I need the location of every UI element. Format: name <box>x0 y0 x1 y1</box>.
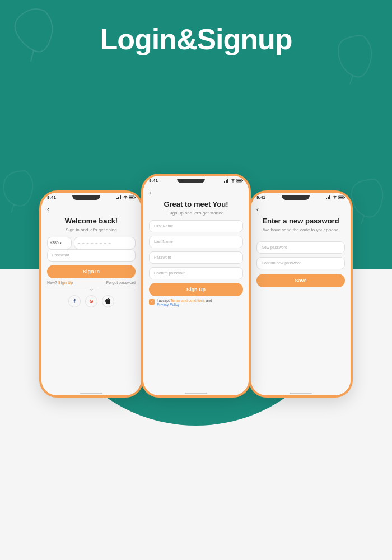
last-name-input[interactable]: Last Name <box>149 236 243 248</box>
deco-top-left <box>11 6 56 62</box>
apple-login-button[interactable] <box>102 295 114 307</box>
status-bar-left: 9:41 <box>41 193 141 201</box>
status-icons-right <box>326 195 345 199</box>
battery-icon-right <box>338 195 345 199</box>
reset-password-title: Enter a new password <box>256 217 345 226</box>
terms-row: ✓ I accept Terms and conditions and Priv… <box>149 298 243 306</box>
status-bar-right: 9:41 <box>251 193 351 201</box>
or-divider: or <box>47 288 136 292</box>
terms-text: I accept Terms and conditions and Privac… <box>157 298 212 306</box>
status-time-right: 9:41 <box>256 195 265 200</box>
signup-subtitle: Sign up and let's get started <box>149 211 243 216</box>
svg-rect-11 <box>242 180 243 181</box>
home-bar-left <box>80 393 102 394</box>
battery-icon-center <box>236 179 243 183</box>
notch-center <box>177 179 205 183</box>
svg-rect-2 <box>120 195 121 199</box>
svg-rect-17 <box>344 197 345 198</box>
svg-rect-1 <box>118 197 119 199</box>
deco-top-right <box>336 34 375 84</box>
bottom-section: 9:41 ‹ Welcome back! Sign in and let's g… <box>0 269 392 560</box>
login-screen-content: ‹ Welcome back! Sign in and let's get go… <box>41 201 141 391</box>
back-arrow-right[interactable]: ‹ <box>256 206 345 213</box>
login-subtitle: Sign in and let's get going <box>47 227 136 232</box>
wifi-icon-center <box>231 179 235 183</box>
save-button[interactable]: Save <box>256 274 345 287</box>
reset-password-screen-content: ‹ Enter a new password We have send the … <box>251 201 351 391</box>
status-icons-left <box>116 195 136 199</box>
svg-rect-6 <box>224 181 225 183</box>
password-input-center[interactable]: Password <box>149 251 243 264</box>
privacy-link[interactable]: Privacy Policy <box>157 302 179 306</box>
first-name-input[interactable]: First Name <box>149 220 243 232</box>
new-label: New? Sign Up <box>47 281 73 284</box>
svg-rect-10 <box>237 180 241 181</box>
divider-line-right <box>95 290 136 290</box>
home-bar-center <box>185 393 207 394</box>
back-arrow-center[interactable]: ‹ <box>149 189 243 197</box>
phone-signup: 9:41 ‹ Great to meet You! Sign up and le… <box>141 174 251 398</box>
signin-button[interactable]: Sign In <box>47 265 136 278</box>
home-indicator-left <box>41 391 141 395</box>
google-login-button[interactable]: G <box>85 295 97 307</box>
confirm-password-input-center[interactable]: Confirm password <box>149 267 243 279</box>
home-indicator-center <box>143 391 249 395</box>
facebook-login-button[interactable]: f <box>68 295 81 307</box>
svg-rect-5 <box>134 197 136 198</box>
terms-checkbox[interactable]: ✓ <box>149 299 155 305</box>
svg-rect-12 <box>326 198 327 199</box>
confirm-new-password-input[interactable]: Confirm new password <box>256 257 345 269</box>
signal-icon-left <box>116 195 122 199</box>
status-time-left: 9:41 <box>47 195 56 200</box>
svg-rect-0 <box>116 198 118 199</box>
reset-password-subtitle: We have send the code to your phone <box>256 227 345 232</box>
page-title: Login&Signup <box>100 22 292 56</box>
wifi-icon-left <box>123 195 128 199</box>
notch-right <box>282 195 310 200</box>
back-arrow-left[interactable]: ‹ <box>47 206 136 213</box>
phone-reset-password: 9:41 ‹ Enter a new password We have send… <box>249 190 353 398</box>
home-indicator-right <box>251 391 351 395</box>
forgot-password-link[interactable]: Forgot password <box>106 281 136 284</box>
status-time-center: 9:41 <box>149 178 158 183</box>
new-password-input[interactable]: New password <box>256 241 345 254</box>
divider-line-left <box>47 290 87 290</box>
password-input-left[interactable]: Password <box>47 249 136 262</box>
signal-icon-right <box>326 195 332 199</box>
signup-screen-content: ‹ Great to meet You! Sign up and let's g… <box>143 184 249 391</box>
phone-number-row: +380 ▾ – – – – – – – – <box>47 237 136 249</box>
home-bar-right <box>290 393 312 394</box>
svg-rect-7 <box>226 180 227 183</box>
signal-icon-center <box>224 179 230 183</box>
svg-rect-14 <box>329 195 330 199</box>
svg-rect-8 <box>227 179 228 183</box>
country-code-input[interactable]: +380 ▾ <box>47 237 72 249</box>
wifi-icon-right <box>333 195 337 199</box>
status-bar-center: 9:41 <box>143 176 249 184</box>
login-title: Welcome back! <box>47 217 136 226</box>
notch-left <box>72 195 100 200</box>
apple-icon <box>105 298 111 305</box>
svg-rect-13 <box>328 197 329 199</box>
signup-title: Great to meet You! <box>149 200 243 209</box>
signup-button[interactable]: Sign Up <box>149 283 243 296</box>
social-icons-row: f G <box>47 295 136 307</box>
phone-login: 9:41 ‹ Welcome back! Sign in and let's g… <box>39 190 143 398</box>
status-icons-center <box>224 179 243 183</box>
svg-rect-16 <box>339 197 343 198</box>
phone-number-input[interactable]: – – – – – – – – <box>74 237 136 249</box>
phones-container: 9:41 ‹ Welcome back! Sign in and let's g… <box>28 157 364 448</box>
signup-row: New? Sign Up Forgot password <box>47 281 136 284</box>
signup-link[interactable]: Sign Up <box>58 281 73 284</box>
terms-link[interactable]: Terms and conditions <box>170 298 204 302</box>
battery-icon-left <box>129 195 136 199</box>
svg-rect-4 <box>129 197 133 198</box>
